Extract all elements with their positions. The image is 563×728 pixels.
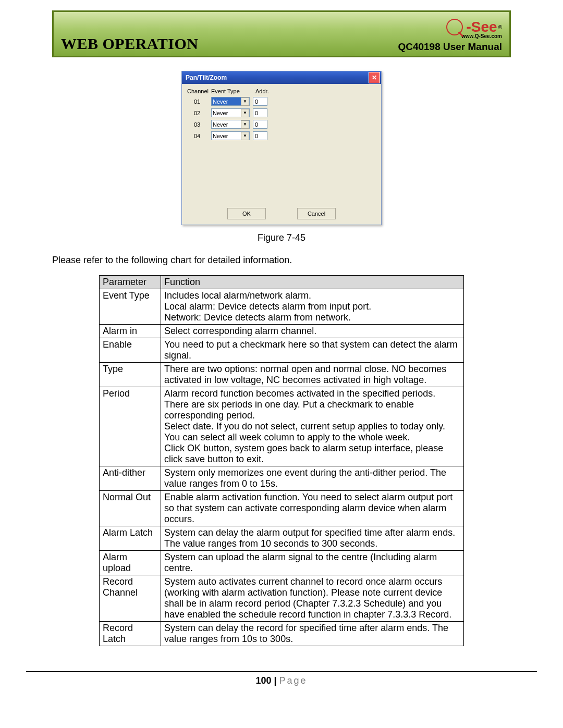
param-cell: Record Latch — [100, 622, 161, 646]
event-type-dropdown[interactable]: Never▼ — [211, 131, 250, 140]
param-cell: Event Type — [100, 289, 161, 325]
param-cell: Normal Out — [100, 491, 161, 526]
table-row: Event TypeIncludes local alarm/network a… — [100, 289, 464, 325]
table-row: Normal OutEnable alarm activation functi… — [100, 491, 464, 526]
addr-input[interactable]: 0 — [253, 97, 267, 106]
addr-input[interactable]: 0 — [253, 131, 267, 140]
chevron-down-icon: ▼ — [241, 97, 249, 106]
param-cell: Period — [100, 387, 161, 466]
addr-input[interactable]: 0 — [253, 108, 267, 117]
ok-button[interactable]: OK — [227, 208, 266, 219]
function-cell: System can delay the record for specifie… — [161, 622, 464, 646]
parameter-table: Parameter Function Event TypeIncludes lo… — [99, 275, 464, 646]
function-cell: Select corresponding alarm channel. — [161, 325, 464, 338]
dialog-row: 01Never▼0 — [187, 97, 376, 106]
intro-text: Please refer to the following chart for … — [52, 255, 511, 266]
param-cell: Record Channel — [100, 575, 161, 622]
header-title: WEB OPERATION — [61, 35, 198, 53]
dialog-row: 02Never▼0 — [187, 108, 376, 117]
table-row: EnableYou need to put a checkmark here s… — [100, 338, 464, 363]
dropdown-value: Never — [213, 121, 228, 128]
function-cell: You need to put a checkmark here so that… — [161, 338, 464, 363]
table-row: Alarm inSelect corresponding alarm chann… — [100, 325, 464, 338]
page-header: WEB OPERATION -See ® www.Q-See.com QC401… — [52, 10, 511, 57]
page-footer: 100 | Page — [0, 675, 563, 686]
channel-number: 02 — [187, 110, 211, 116]
function-cell: System only memorizes one event during t… — [161, 466, 464, 491]
table-row: Alarm LatchSystem can delay the alarm ou… — [100, 526, 464, 551]
col-event-type: Event Type — [211, 88, 255, 94]
dropdown-value: Never — [213, 110, 228, 116]
cancel-button[interactable]: Cancel — [297, 208, 336, 219]
param-cell: Type — [100, 363, 161, 387]
table-row: Record ChannelSystem auto activates curr… — [100, 575, 464, 622]
function-cell: System can delay the alarm output for sp… — [161, 526, 464, 551]
channel-number: 01 — [187, 98, 211, 105]
dialog-body: Channel Event Type Addr. 01Never▼002Neve… — [182, 84, 381, 204]
chevron-down-icon: ▼ — [241, 120, 249, 129]
channel-number: 03 — [187, 121, 211, 128]
param-cell: Alarm upload — [100, 551, 161, 575]
th-parameter: Parameter — [100, 276, 161, 289]
param-cell: Alarm Latch — [100, 526, 161, 551]
chevron-down-icon: ▼ — [241, 132, 249, 140]
ptz-dialog: Pan/Tilt/Zoom ✕ Channel Event Type Addr.… — [181, 71, 382, 225]
dialog-column-headers: Channel Event Type Addr. — [187, 88, 376, 94]
page-number: 100 — [255, 675, 271, 686]
figure-caption: Figure 7-45 — [52, 232, 511, 243]
table-row: Alarm uploadSystem can upload the alarm … — [100, 551, 464, 575]
param-cell: Alarm in — [100, 325, 161, 338]
function-cell: Includes local alarm/network alarm. Loca… — [161, 289, 464, 325]
function-cell: Alarm record function becomes activated … — [161, 387, 464, 466]
dialog-buttons: OK Cancel — [182, 204, 381, 225]
dialog-title: Pan/Tilt/Zoom — [186, 74, 227, 81]
dropdown-value: Never — [213, 133, 228, 139]
dialog-row: 03Never▼0 — [187, 120, 376, 129]
product-subtitle: QC40198 User Manual — [398, 41, 502, 53]
page-word: Page — [279, 675, 308, 686]
function-cell: System can upload the alarm signal to th… — [161, 551, 464, 575]
footer-divider — [26, 671, 537, 672]
registered-icon: ® — [498, 24, 502, 30]
logo-url: www.Q-See.com — [461, 33, 502, 39]
channel-number: 04 — [187, 133, 211, 139]
close-icon: ✕ — [372, 74, 377, 81]
header-right: -See ® www.Q-See.com QC40198 User Manual — [398, 19, 502, 53]
event-type-dropdown[interactable]: Never▼ — [211, 97, 250, 106]
col-addr: Addr. — [255, 88, 276, 94]
table-row: Record LatchSystem can delay the record … — [100, 622, 464, 646]
event-type-dropdown[interactable]: Never▼ — [211, 108, 250, 117]
function-cell: System auto activates current channel to… — [161, 575, 464, 622]
q-icon — [446, 19, 463, 35]
addr-input[interactable]: 0 — [253, 120, 267, 129]
footer-bar: | — [271, 675, 279, 686]
col-channel: Channel — [187, 88, 211, 94]
dialog-titlebar: Pan/Tilt/Zoom ✕ — [182, 71, 381, 84]
close-button[interactable]: ✕ — [369, 72, 380, 83]
th-function: Function — [161, 276, 464, 289]
table-row: PeriodAlarm record function becomes acti… — [100, 387, 464, 466]
param-cell: Enable — [100, 338, 161, 363]
function-cell: There are two options: normal open and n… — [161, 363, 464, 387]
function-cell: Enable alarm activation function. You ne… — [161, 491, 464, 526]
param-cell: Anti-dither — [100, 466, 161, 491]
dropdown-value: Never — [213, 98, 228, 105]
chevron-down-icon: ▼ — [241, 109, 249, 117]
table-row: TypeThere are two options: normal open a… — [100, 363, 464, 387]
dialog-row: 04Never▼0 — [187, 131, 376, 140]
event-type-dropdown[interactable]: Never▼ — [211, 120, 250, 129]
table-row: Anti-ditherSystem only memorizes one eve… — [100, 466, 464, 491]
